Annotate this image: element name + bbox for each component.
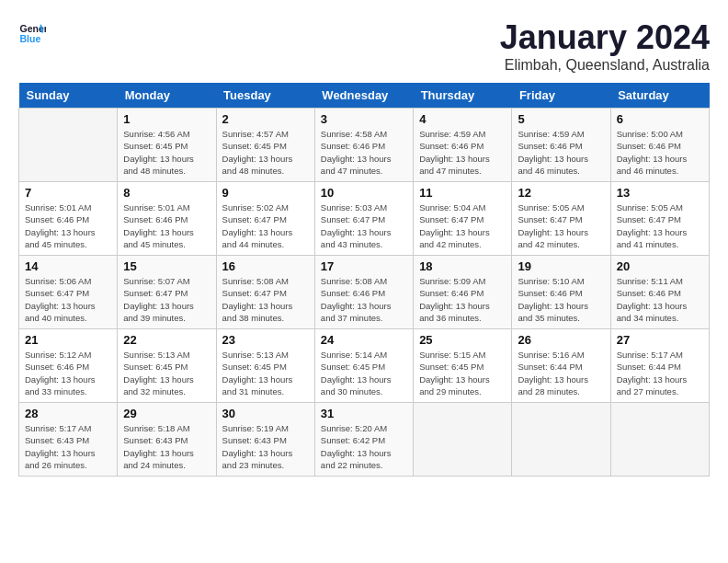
calendar-cell: 26Sunrise: 5:16 AMSunset: 6:44 PMDayligh… (512, 329, 610, 403)
title-block: January 2024 Elimbah, Queensland, Austra… (500, 18, 710, 74)
day-number: 14 (25, 259, 111, 273)
calendar-cell: 25Sunrise: 5:15 AMSunset: 6:45 PMDayligh… (414, 329, 512, 403)
day-number: 8 (123, 186, 210, 200)
day-number: 23 (222, 333, 309, 347)
calendar-cell: 8Sunrise: 5:01 AMSunset: 6:46 PMDaylight… (118, 182, 216, 256)
day-number: 26 (518, 333, 604, 347)
day-number: 31 (321, 407, 407, 420)
calendar-table: SundayMondayTuesdayWednesdayThursdayFrid… (18, 83, 710, 477)
day-number: 28 (25, 407, 111, 420)
day-number: 5 (518, 112, 604, 126)
calendar-cell: 13Sunrise: 5:05 AMSunset: 6:47 PMDayligh… (610, 182, 709, 256)
day-info: Sunrise: 5:05 AMSunset: 6:47 PMDaylight:… (518, 201, 604, 250)
weekday-header-friday: Friday (512, 83, 610, 109)
day-info: Sunrise: 4:58 AMSunset: 6:46 PMDaylight:… (321, 128, 407, 177)
day-number: 16 (222, 259, 309, 273)
weekday-header-monday: Monday (118, 83, 216, 109)
calendar-cell: 27Sunrise: 5:17 AMSunset: 6:44 PMDayligh… (610, 329, 709, 403)
month-title: January 2024 (500, 18, 710, 57)
calendar-cell: 21Sunrise: 5:12 AMSunset: 6:46 PMDayligh… (19, 329, 118, 403)
week-row-3: 14Sunrise: 5:06 AMSunset: 6:47 PMDayligh… (19, 256, 710, 329)
weekday-header-sunday: Sunday (19, 83, 118, 109)
week-row-1: 1Sunrise: 4:56 AMSunset: 6:45 PMDaylight… (19, 109, 710, 182)
day-info: Sunrise: 5:02 AMSunset: 6:47 PMDaylight:… (222, 201, 309, 250)
day-info: Sunrise: 5:20 AMSunset: 6:42 PMDaylight:… (321, 422, 407, 471)
day-info: Sunrise: 5:18 AMSunset: 6:43 PMDaylight:… (123, 422, 210, 471)
day-number: 30 (222, 407, 309, 420)
day-info: Sunrise: 5:01 AMSunset: 6:46 PMDaylight:… (25, 201, 111, 250)
day-info: Sunrise: 5:03 AMSunset: 6:47 PMDaylight:… (321, 201, 407, 250)
day-number: 25 (419, 333, 506, 347)
day-info: Sunrise: 5:13 AMSunset: 6:45 PMDaylight:… (123, 349, 210, 397)
calendar-cell: 22Sunrise: 5:13 AMSunset: 6:45 PMDayligh… (118, 329, 216, 403)
weekday-header-tuesday: Tuesday (216, 83, 314, 109)
day-info: Sunrise: 5:14 AMSunset: 6:45 PMDaylight:… (321, 349, 407, 397)
day-info: Sunrise: 5:01 AMSunset: 6:46 PMDaylight:… (123, 201, 210, 250)
calendar-cell: 7Sunrise: 5:01 AMSunset: 6:46 PMDaylight… (19, 182, 118, 256)
day-info: Sunrise: 5:04 AMSunset: 6:47 PMDaylight:… (419, 201, 506, 250)
calendar-cell: 14Sunrise: 5:06 AMSunset: 6:47 PMDayligh… (19, 256, 118, 329)
calendar-cell: 11Sunrise: 5:04 AMSunset: 6:47 PMDayligh… (414, 182, 512, 256)
day-info: Sunrise: 5:10 AMSunset: 6:46 PMDaylight:… (518, 275, 604, 324)
day-info: Sunrise: 5:00 AMSunset: 6:46 PMDaylight:… (617, 128, 703, 177)
day-info: Sunrise: 5:08 AMSunset: 6:47 PMDaylight:… (222, 275, 309, 324)
calendar-cell: 15Sunrise: 5:07 AMSunset: 6:47 PMDayligh… (118, 256, 216, 329)
week-row-4: 21Sunrise: 5:12 AMSunset: 6:46 PMDayligh… (19, 329, 710, 403)
day-info: Sunrise: 5:15 AMSunset: 6:45 PMDaylight:… (419, 349, 506, 397)
day-number: 19 (518, 259, 604, 273)
day-number: 11 (419, 186, 506, 200)
day-number: 18 (419, 259, 506, 273)
calendar-cell: 1Sunrise: 4:56 AMSunset: 6:45 PMDaylight… (118, 109, 216, 182)
day-number: 4 (419, 112, 506, 126)
day-info: Sunrise: 5:11 AMSunset: 6:46 PMDaylight:… (617, 275, 703, 324)
day-number: 12 (518, 186, 604, 200)
day-number: 1 (123, 112, 210, 126)
calendar-cell: 9Sunrise: 5:02 AMSunset: 6:47 PMDaylight… (216, 182, 314, 256)
calendar-cell (610, 403, 709, 477)
day-info: Sunrise: 5:06 AMSunset: 6:47 PMDaylight:… (25, 275, 111, 324)
location-subtitle: Elimbah, Queensland, Australia (500, 57, 710, 74)
day-number: 24 (321, 333, 407, 347)
week-row-5: 28Sunrise: 5:17 AMSunset: 6:43 PMDayligh… (19, 403, 710, 477)
day-number: 17 (321, 259, 407, 273)
day-info: Sunrise: 5:07 AMSunset: 6:47 PMDaylight:… (123, 275, 210, 324)
calendar-cell: 30Sunrise: 5:19 AMSunset: 6:43 PMDayligh… (216, 403, 314, 477)
calendar-cell: 23Sunrise: 5:13 AMSunset: 6:45 PMDayligh… (216, 329, 314, 403)
calendar-cell: 28Sunrise: 5:17 AMSunset: 6:43 PMDayligh… (19, 403, 118, 477)
day-number: 3 (321, 112, 407, 126)
day-info: Sunrise: 5:13 AMSunset: 6:45 PMDaylight:… (222, 349, 309, 397)
calendar-cell (512, 403, 610, 477)
calendar-cell: 18Sunrise: 5:09 AMSunset: 6:46 PMDayligh… (414, 256, 512, 329)
day-number: 10 (321, 186, 407, 200)
day-number: 27 (617, 333, 703, 347)
day-number: 15 (123, 259, 210, 273)
calendar-cell: 19Sunrise: 5:10 AMSunset: 6:46 PMDayligh… (512, 256, 610, 329)
calendar-cell: 6Sunrise: 5:00 AMSunset: 6:46 PMDaylight… (610, 109, 709, 182)
day-info: Sunrise: 4:59 AMSunset: 6:46 PMDaylight:… (518, 128, 604, 177)
calendar-cell (19, 109, 118, 182)
day-info: Sunrise: 4:56 AMSunset: 6:45 PMDaylight:… (123, 128, 210, 177)
day-number: 6 (617, 112, 703, 126)
page-header: General Blue January 2024 Elimbah, Queen… (18, 18, 710, 74)
day-number: 22 (123, 333, 210, 347)
calendar-cell: 12Sunrise: 5:05 AMSunset: 6:47 PMDayligh… (512, 182, 610, 256)
calendar-cell: 20Sunrise: 5:11 AMSunset: 6:46 PMDayligh… (610, 256, 709, 329)
calendar-cell: 29Sunrise: 5:18 AMSunset: 6:43 PMDayligh… (118, 403, 216, 477)
calendar-cell: 31Sunrise: 5:20 AMSunset: 6:42 PMDayligh… (314, 403, 413, 477)
calendar-cell: 3Sunrise: 4:58 AMSunset: 6:46 PMDaylight… (314, 109, 413, 182)
calendar-cell (414, 403, 512, 477)
day-info: Sunrise: 4:59 AMSunset: 6:46 PMDaylight:… (419, 128, 506, 177)
logo: General Blue (18, 18, 46, 46)
day-number: 2 (222, 112, 309, 126)
weekday-header-row: SundayMondayTuesdayWednesdayThursdayFrid… (19, 83, 710, 109)
weekday-header-thursday: Thursday (414, 83, 512, 109)
day-info: Sunrise: 5:17 AMSunset: 6:43 PMDaylight:… (25, 422, 111, 471)
logo-icon: General Blue (18, 18, 46, 46)
calendar-cell: 10Sunrise: 5:03 AMSunset: 6:47 PMDayligh… (314, 182, 413, 256)
calendar-body: 1Sunrise: 4:56 AMSunset: 6:45 PMDaylight… (19, 109, 710, 477)
calendar-cell: 5Sunrise: 4:59 AMSunset: 6:46 PMDaylight… (512, 109, 610, 182)
day-info: Sunrise: 4:57 AMSunset: 6:45 PMDaylight:… (222, 128, 309, 177)
calendar-cell: 17Sunrise: 5:08 AMSunset: 6:46 PMDayligh… (314, 256, 413, 329)
day-number: 29 (123, 407, 210, 420)
day-info: Sunrise: 5:19 AMSunset: 6:43 PMDaylight:… (222, 422, 309, 471)
